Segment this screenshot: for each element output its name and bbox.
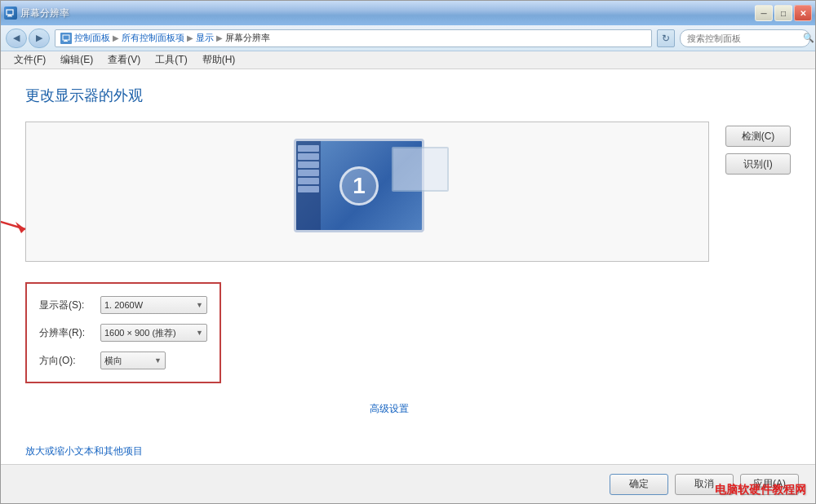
advanced-link-container: 高级设置 — [25, 402, 409, 416]
detect-button[interactable]: 检测(C) — [725, 126, 791, 147]
identify-button[interactable]: 识别(I) — [725, 153, 791, 175]
svg-rect-0 — [7, 10, 13, 15]
window-icon — [4, 7, 17, 20]
resolution-select-arrow: ▼ — [196, 329, 203, 337]
minimize-button[interactable]: ─ — [755, 5, 773, 21]
menu-edit[interactable]: 编辑(E) — [54, 51, 100, 69]
apply-button[interactable]: 应用(A) — [740, 474, 799, 495]
monitor-image: 1 — [294, 139, 441, 245]
main-area: 1 显示器(S): — [25, 122, 791, 464]
display-value: 1. 2060W — [104, 300, 143, 310]
taskbar-item — [298, 145, 319, 152]
display-select[interactable]: 1. 2060W ▼ — [100, 296, 207, 314]
display-label: 显示器(S): — [39, 298, 100, 312]
search-icon[interactable]: 🔍 — [803, 33, 814, 43]
breadcrumb-sep-2: ▶ — [187, 33, 193, 42]
menu-bar: 文件(F) 编辑(E) 查看(V) 工具(T) 帮助(H) — [1, 51, 815, 69]
main-content: 更改显示器的外观 — [1, 69, 815, 464]
breadcrumb-item-1[interactable]: 控制面板 — [74, 32, 110, 44]
title-bar-buttons: ─ □ ✕ — [755, 5, 812, 21]
svg-rect-5 — [64, 41, 68, 42]
svg-line-6 — [1, 192, 25, 229]
resolution-setting-row: 分辨率(R): 1600 × 900 (推荐) ▼ — [39, 324, 207, 342]
menu-help[interactable]: 帮助(H) — [196, 51, 242, 69]
taskbar-item — [298, 186, 319, 192]
resolution-label: 分辨率(R): — [39, 326, 100, 340]
display-select-arrow: ▼ — [196, 301, 203, 309]
svg-rect-3 — [63, 35, 69, 40]
monitor-second-display — [392, 147, 449, 192]
refresh-button[interactable]: ↻ — [657, 29, 675, 47]
menu-view[interactable]: 查看(V) — [101, 51, 147, 69]
search-input[interactable] — [687, 33, 800, 43]
monitor-taskbar-preview — [296, 141, 321, 230]
svg-rect-4 — [64, 40, 67, 41]
back-button[interactable]: ◀ — [6, 29, 27, 48]
orientation-select[interactable]: 横向 ▼ — [100, 351, 166, 369]
main-window: 屏幕分辨率 ─ □ ✕ ◀ ▶ 控制面板 ▶ 所有控制面板项 ▶ 显示 — [0, 0, 816, 504]
resolution-value: 1600 × 900 (推荐) — [104, 327, 176, 339]
close-button[interactable]: ✕ — [794, 5, 812, 21]
cancel-button[interactable]: 取消 — [675, 474, 734, 495]
settings-box: 显示器(S): 1. 2060W ▼ 分辨率(R): 1600 × 900 (推… — [25, 282, 221, 383]
window-title: 屏幕分辨率 — [20, 7, 69, 20]
forward-button[interactable]: ▶ — [29, 29, 50, 48]
breadcrumb-item-4: 屏幕分辨率 — [225, 32, 270, 44]
monitor-number: 1 — [339, 166, 379, 206]
taskbar-item — [298, 161, 319, 168]
right-buttons: 检测(C) 识别(I) — [725, 122, 791, 464]
breadcrumb-item-2[interactable]: 所有控制面板项 — [122, 32, 184, 44]
breadcrumb-item-3[interactable]: 显示 — [196, 32, 214, 44]
orientation-value: 横向 — [104, 355, 122, 367]
orientation-label: 方向(O): — [39, 354, 100, 368]
breadcrumb-sep-1: ▶ — [113, 33, 119, 42]
page-title: 更改显示器的外观 — [25, 86, 791, 105]
nav-buttons: ◀ ▶ — [6, 29, 50, 48]
taskbar-item — [298, 153, 319, 160]
title-bar-left: 屏幕分辨率 — [4, 7, 69, 20]
title-bar: 屏幕分辨率 ─ □ ✕ — [1, 1, 815, 25]
help-link-1[interactable]: 放大或缩小文本和其他项目 — [25, 444, 709, 458]
orientation-setting-row: 方向(O): 横向 ▼ — [39, 351, 207, 369]
breadcrumb-icon — [60, 33, 72, 44]
monitor-section: 1 显示器(S): — [25, 122, 709, 464]
menu-tools[interactable]: 工具(T) — [149, 51, 193, 69]
taskbar-item — [298, 178, 319, 184]
svg-marker-7 — [16, 222, 25, 233]
confirm-button[interactable]: 确定 — [610, 474, 668, 495]
menu-file[interactable]: 文件(F) — [7, 51, 52, 69]
display-setting-row: 显示器(S): 1. 2060W ▼ — [39, 296, 207, 314]
search-bar: 🔍 — [680, 29, 810, 47]
monitor-preview-box: 1 — [25, 122, 709, 262]
svg-rect-1 — [8, 15, 11, 16]
taskbar-item — [298, 170, 319, 176]
address-bar: ◀ ▶ 控制面板 ▶ 所有控制面板项 ▶ 显示 ▶ 屏幕分辨率 ↻ 🔍 — [1, 25, 815, 51]
breadcrumb-sep-3: ▶ — [216, 33, 223, 42]
breadcrumb: 控制面板 ▶ 所有控制面板项 ▶ 显示 ▶ 屏幕分辨率 — [55, 29, 652, 47]
maximize-button[interactable]: □ — [774, 5, 792, 21]
resolution-select[interactable]: 1600 × 900 (推荐) ▼ — [100, 324, 207, 342]
help-links: 放大或缩小文本和其他项目 我应该选择什么显示器设置？ — [25, 444, 709, 464]
orientation-select-arrow: ▼ — [154, 356, 162, 365]
svg-rect-2 — [7, 16, 12, 17]
advanced-settings-link[interactable]: 高级设置 — [370, 403, 409, 414]
bottom-bar: 确定 取消 应用(A) — [1, 464, 815, 503]
